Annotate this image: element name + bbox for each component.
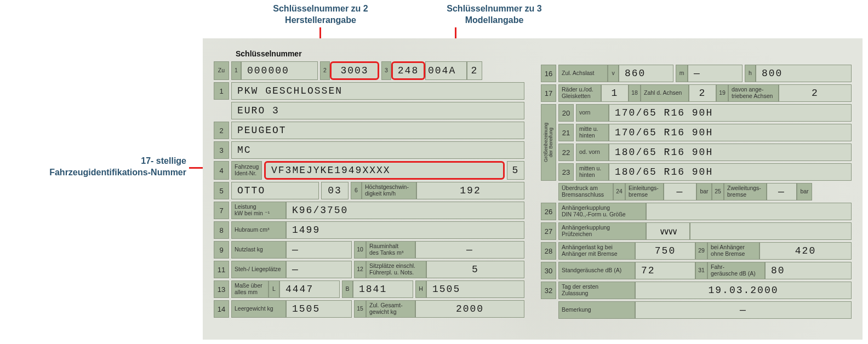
row28-num: 28 bbox=[541, 242, 556, 260]
row9-value: — bbox=[286, 241, 352, 259]
row27-label: Anhängerkupplung Prüfzeichen bbox=[558, 222, 646, 240]
row18-value: 2 bbox=[689, 84, 716, 102]
zigzag-icon: ∨∨∨∨ bbox=[660, 226, 677, 237]
row22-num: 22 bbox=[558, 144, 574, 161]
row6-value: 192 bbox=[416, 182, 524, 199]
row4-vin-value: VF3MEJYKE1949XXXX bbox=[264, 161, 505, 180]
row14-value: 1505 bbox=[286, 300, 352, 318]
row25-unit: bar bbox=[797, 183, 812, 200]
row17-value: 1 bbox=[601, 84, 629, 102]
row25-num: 25 bbox=[712, 183, 724, 200]
row3-value: MC bbox=[231, 141, 524, 159]
row4-num: 4 bbox=[214, 161, 229, 180]
row32-value: 19.03.2000 bbox=[635, 282, 852, 299]
row8-value: 1499 bbox=[286, 221, 524, 239]
row29-num: 29 bbox=[695, 242, 707, 260]
row27-num: 27 bbox=[541, 222, 556, 240]
row24-unit: bar bbox=[696, 183, 712, 200]
row15-label: Zul. Gesamt- gewicht kg bbox=[366, 300, 415, 318]
row28-label: Anhängerlast kg bei Anhänger mit Bremse bbox=[558, 242, 635, 260]
row7-num: 7 bbox=[214, 202, 229, 219]
row28-value: 750 bbox=[635, 242, 695, 260]
row11-label: Steh-/ Liegeplätze bbox=[231, 261, 286, 278]
row3-num: 3 bbox=[214, 141, 229, 159]
row13-vL: 4447 bbox=[279, 280, 340, 298]
registration-document: Schlüsselnummer Zu 1 000000 2 3003 3 248… bbox=[203, 38, 863, 340]
row16-v-l: v bbox=[608, 65, 619, 82]
row13-vH: 1505 bbox=[426, 280, 524, 298]
annotation-key3-line1: Schlüsselnummer zu 3 bbox=[431, 3, 557, 15]
row24-value: — bbox=[664, 183, 696, 200]
row17-label: Räder u./od. Gleisketten bbox=[558, 84, 601, 102]
row16-num: 16 bbox=[541, 65, 556, 82]
row10-label: Rauminhalt des Tanks m³ bbox=[366, 241, 415, 259]
row32-label: Tag der ersten Zulassung bbox=[558, 282, 635, 299]
row24-num: 24 bbox=[613, 183, 625, 200]
row1-num: 1 bbox=[214, 82, 229, 100]
row31-value: 80 bbox=[765, 262, 852, 279]
row23-value: 180/65 R16 90H bbox=[609, 163, 852, 181]
row29-value: 420 bbox=[760, 242, 852, 260]
row27-zigzag-icon: ∨∨∨∨ bbox=[646, 222, 690, 240]
row10-value: — bbox=[415, 241, 524, 259]
row2-value: PEUGEOT bbox=[231, 122, 524, 139]
row22-label: od. vorn bbox=[576, 144, 609, 161]
row13-L: L bbox=[269, 280, 279, 298]
header-title: Schlüsselnummer bbox=[214, 48, 524, 61]
row16-h-v: 800 bbox=[756, 65, 852, 82]
row18-num: 18 bbox=[629, 84, 641, 102]
row5-num: 5 bbox=[214, 182, 229, 199]
row29-label: bei Anhänger ohne Bremse bbox=[707, 242, 760, 260]
row13-num: 13 bbox=[214, 280, 229, 298]
row31-num: 31 bbox=[695, 262, 707, 279]
row13-label: Maße über alles mm bbox=[231, 280, 269, 298]
annotation-key2-line2: Herstellerangabe bbox=[258, 15, 384, 26]
row14-label: Leergewicht kg bbox=[231, 300, 286, 318]
row25-label: Zweileitungs- bremse bbox=[724, 183, 767, 200]
annotation-key3-line2: Modellangabe bbox=[431, 15, 557, 26]
row16-m-v: — bbox=[688, 65, 743, 82]
row30-label: Standgeräusche dB (A) bbox=[558, 262, 635, 279]
row21-value: 170/65 R16 90H bbox=[609, 124, 852, 141]
row17-num: 17 bbox=[541, 84, 556, 102]
row2-num: 2 bbox=[214, 122, 229, 139]
row4-end: 5 bbox=[507, 161, 524, 180]
tire-group-label-text: Größenbezeinung der Bereifung bbox=[544, 123, 554, 162]
row10-num: 10 bbox=[354, 241, 366, 259]
row22-value: 180/65 R16 90H bbox=[609, 144, 852, 161]
annotation-vin-line2: Fahrzeugidentifikations-Nummer bbox=[5, 167, 186, 179]
row-zu: Zu 1 000000 2 3003 3 248 004A 2 bbox=[214, 61, 524, 80]
row12-num: 12 bbox=[354, 261, 366, 278]
field-2-value: 3003 bbox=[330, 61, 379, 80]
row27-value bbox=[690, 222, 852, 240]
row16-v-v: 860 bbox=[619, 65, 673, 82]
row21-label: mitte u. hinten bbox=[576, 124, 609, 141]
field-3-num: 3 bbox=[381, 61, 391, 80]
row4-label: Fahrzeug Ident-Nr. bbox=[231, 161, 262, 180]
row1-value: PKW GESCHLOSSEN bbox=[231, 82, 524, 100]
row32-num: 32 bbox=[541, 282, 556, 299]
row5-value: OTTO bbox=[231, 182, 319, 199]
row13-B: B bbox=[342, 280, 353, 298]
rowB-value: — bbox=[635, 301, 852, 319]
row16-m-l: m bbox=[676, 65, 688, 82]
row19-value: 2 bbox=[779, 84, 852, 102]
row24-grouplabel: Überdruck am Bremsanschluss bbox=[558, 183, 613, 200]
row9-num: 9 bbox=[214, 241, 229, 259]
field-2-num: 2 bbox=[320, 61, 330, 80]
row13-H: H bbox=[415, 280, 426, 298]
field-3c-value: 2 bbox=[467, 61, 482, 80]
field-3b-value: 004A bbox=[425, 61, 467, 80]
row13-vB: 1841 bbox=[353, 280, 413, 298]
row11-num: 11 bbox=[214, 261, 229, 278]
row11-value: — bbox=[286, 261, 352, 278]
row26-label: Anhängerkupplung DIN 740.,-Form u. Größe bbox=[558, 203, 646, 220]
row9-label: Nutzlast kg bbox=[231, 241, 286, 259]
row23-num: 23 bbox=[558, 163, 574, 181]
row7-label: Leistung kW bei min ⁻¹ bbox=[231, 202, 286, 219]
row15-value: 2000 bbox=[415, 300, 524, 318]
zu-label: Zu bbox=[214, 61, 229, 80]
row19-num: 19 bbox=[716, 84, 728, 102]
row6-num: 6 bbox=[351, 182, 362, 199]
row20-value: 170/65 R16 90H bbox=[609, 104, 852, 122]
